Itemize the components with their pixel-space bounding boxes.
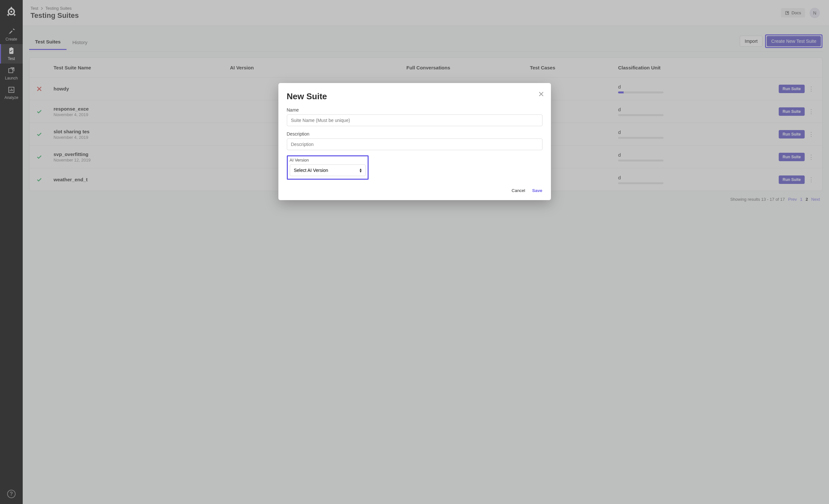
new-suite-modal: New Suite Name Description AI Version Se… [278,83,551,200]
description-input[interactable] [287,139,542,150]
ai-version-select[interactable]: Select AI Version [290,164,366,176]
suite-name-input[interactable] [287,115,542,126]
modal-overlay[interactable]: New Suite Name Description AI Version Se… [0,0,829,504]
save-button[interactable]: Save [532,188,542,193]
description-label: Description [287,131,542,137]
cancel-button[interactable]: Cancel [512,188,525,193]
close-icon [539,91,544,96]
ai-version-highlight: AI Version Select AI Version ▲▼ [287,155,369,180]
name-label: Name [287,107,542,113]
close-button[interactable] [539,91,544,98]
modal-title: New Suite [287,91,542,102]
ai-version-label: AI Version [290,158,366,162]
